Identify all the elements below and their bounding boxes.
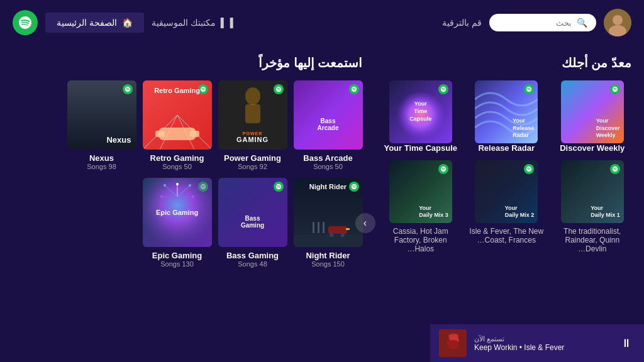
- svg-rect-5: [245, 104, 260, 123]
- svg-point-27: [176, 183, 179, 185]
- header: 🔍 قم بالترقية ▐▌ مكتبتك الموسيقية 🏠 الصف…: [0, 0, 644, 45]
- svg-point-30: [192, 195, 194, 198]
- night-rider-label: Night Rider: [306, 251, 350, 260]
- avatar[interactable]: [604, 9, 631, 36]
- daily3-label: Cassia, Hot Jam Factory, Broken Halos…: [382, 227, 460, 253]
- svg-point-4: [245, 87, 260, 105]
- next-button[interactable]: ›: [355, 213, 375, 233]
- epic-gaming-label: Epic Gaming: [152, 251, 202, 260]
- main-content: معدّ من أجلك YourDiscoverWeekly Discover…: [0, 45, 644, 324]
- svg-point-1: [613, 15, 623, 25]
- card-discover-weekly[interactable]: YourDiscoverWeekly Discover Weekly: [553, 80, 632, 153]
- library-label: مكتبتك الموسيقية: [152, 18, 216, 28]
- power-gaming-label: Power Gaming: [224, 153, 281, 163]
- spotify-badge-5: [524, 164, 534, 174]
- song-card-power-gaming[interactable]: POWER GAMING Power Gaming 92 Songs: [218, 80, 287, 170]
- spotify-badge-10: [123, 84, 133, 94]
- upgrade-button[interactable]: قم بالترقية: [442, 18, 482, 28]
- spotify-badge-4: [610, 164, 620, 174]
- capsule-text: YourTimeCapsule: [409, 101, 431, 123]
- search-icon: 🔍: [577, 18, 587, 28]
- home-label: الصفحة الرئيسية: [57, 18, 117, 28]
- daily1-text: YourDaily Mix 1: [591, 205, 620, 219]
- release-radar-label: Release Radar: [478, 143, 535, 153]
- release-radar-text: YourReleaseRadar: [513, 118, 534, 140]
- svg-point-19: [341, 233, 345, 237]
- svg-rect-16: [323, 222, 325, 233]
- song-card-nexus[interactable]: Nexus Nexus 98 Songs: [67, 80, 136, 170]
- card-time-capsule[interactable]: YourTimeCapsule Your Time Capsule: [382, 80, 460, 153]
- nexus-count: 98 Songs: [87, 163, 116, 170]
- spotify-badge-7: [349, 84, 359, 94]
- bass-arcade-label: Bass Arcade: [303, 153, 352, 163]
- capsule-label: Your Time Capsule: [384, 143, 457, 153]
- header-right: 🔍 قم بالترقية: [442, 9, 631, 36]
- panel-made-for-you: معدّ من أجلك YourDiscoverWeekly Discover…: [382, 45, 632, 324]
- now-playing-bar: ⏸ تستمع الآن Keep Workin • Isle & Fever: [430, 324, 644, 362]
- panel-recently-played: استمعت إليها مؤخراً BassArcade Bass Arca…: [13, 45, 363, 324]
- card-daily-mix-1[interactable]: YourDaily Mix 1 The traditionalist, Rain…: [553, 160, 632, 253]
- svg-rect-17: [328, 226, 347, 234]
- card-daily-mix-2[interactable]: YourDaily Mix 2 Isle & Fever, The New Co…: [467, 160, 546, 253]
- power-gaming-count: 92 Songs: [238, 163, 267, 170]
- svg-rect-20: [346, 228, 350, 230]
- recently-played-title: استمعت إليها مؤخراً: [13, 55, 363, 70]
- made-for-you-title: معدّ من أجلك: [382, 55, 632, 70]
- pause-button[interactable]: ⏸: [618, 334, 635, 352]
- song-card-epic-gaming[interactable]: Epic Gaming Epic Gaming 130 Songs: [143, 178, 212, 268]
- bass-gaming-count: 48 Songs: [238, 260, 267, 268]
- song-card-night-rider[interactable]: Night Rider: [294, 178, 363, 268]
- spotify-badge: [610, 84, 620, 94]
- discover-weekly-label: Discover Weekly: [560, 143, 625, 153]
- svg-rect-11: [155, 131, 165, 137]
- svg-point-29: [164, 184, 166, 187]
- now-playing-thumbnail[interactable]: [439, 329, 467, 357]
- bass-arcade-count: 50 Songs: [313, 163, 343, 170]
- svg-rect-14: [313, 222, 314, 233]
- recently-played-row2: Night Rider: [13, 178, 363, 268]
- recently-played-row1: BassArcade Bass Arcade 50 Songs POWER GA…: [13, 80, 363, 170]
- search-bar[interactable]: 🔍: [489, 14, 596, 31]
- daily2-text: YourDaily Mix 2: [505, 205, 535, 219]
- song-card-bass-gaming[interactable]: BassGaming Bass Gaming 48 Songs: [218, 178, 287, 268]
- svg-point-18: [330, 233, 333, 237]
- card-daily-mix-3[interactable]: YourDaily Mix 3 Cassia, Hot Jam Factory,…: [382, 160, 460, 253]
- night-rider-count: 150 Songs: [311, 260, 345, 268]
- svg-point-28: [189, 184, 191, 187]
- daily3-text: YourDaily Mix 3: [419, 205, 448, 219]
- now-playing-track: Keep Workin • Isle & Fever: [474, 343, 564, 352]
- discover-weekly-text: YourDiscoverWeekly: [596, 118, 620, 140]
- retro-gaming-label: Retro Gaming: [150, 153, 204, 163]
- daily2-label: Isle & Fever, The New Coast, Frances…: [467, 227, 546, 244]
- library-icon: ▐▌: [221, 18, 233, 28]
- home-icon: 🏠: [122, 18, 133, 28]
- made-for-you-row1: YourDiscoverWeekly Discover Weekly: [382, 80, 632, 153]
- svg-rect-12: [190, 131, 199, 137]
- svg-point-31: [160, 195, 163, 198]
- nexus-label: Nexus: [89, 153, 114, 163]
- spotify-logo[interactable]: [13, 10, 38, 35]
- spotify-badge-8: [274, 84, 284, 94]
- svg-rect-15: [318, 222, 319, 233]
- daily1-label: The traditionalist, Raindear, Quinn Devl…: [553, 227, 632, 253]
- song-card-bass-arcade[interactable]: BassArcade Bass Arcade 50 Songs: [294, 80, 363, 170]
- spotify-badge-12: [274, 182, 284, 192]
- now-playing-info: تستمع الآن Keep Workin • Isle & Fever: [474, 335, 610, 352]
- now-playing-label: تستمع الآن: [474, 335, 504, 343]
- search-input[interactable]: [502, 18, 572, 28]
- home-button[interactable]: 🏠 الصفحة الرئيسية: [45, 13, 144, 33]
- library-button[interactable]: ▐▌ مكتبتك الموسيقية: [152, 18, 233, 28]
- spotify-badge-6: [438, 164, 448, 174]
- made-for-you-row2: YourDaily Mix 1 The traditionalist, Rain…: [382, 160, 632, 253]
- header-left: ▐▌ مكتبتك الموسيقية 🏠 الصفحة الرئيسية: [13, 10, 233, 35]
- retro-gaming-count: 50 Songs: [162, 163, 192, 170]
- card-release-radar[interactable]: YourReleaseRadar Release Radar: [467, 80, 546, 153]
- svg-rect-13: [294, 234, 363, 244]
- epic-gaming-count: 130 Songs: [160, 260, 194, 268]
- song-card-retro-gaming[interactable]: Retro Gaming Retro Gaming 50 Songs: [143, 80, 212, 170]
- bass-gaming-label: Bass Gaming: [226, 251, 279, 260]
